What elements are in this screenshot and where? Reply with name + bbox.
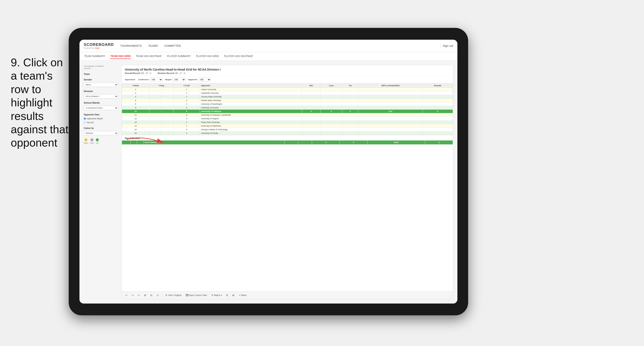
cell-rank: 6 xyxy=(122,99,150,102)
cell-rounds xyxy=(422,124,453,128)
grid-panel: University of North Carolina Head-to-Hea… xyxy=(122,65,453,299)
region-filter-label: Region xyxy=(165,78,172,81)
overall-record: Overall Record: 89 - 17 - 0 xyxy=(125,72,151,74)
main-content: Last Updated: 27/03/2024 16:55:38 Team G… xyxy=(80,61,458,304)
cell-rounds xyxy=(422,113,453,117)
cell-reg: - xyxy=(149,106,173,110)
device-frame: SCOREBOARD Powered by clippi TOURNAMENTS… xyxy=(69,28,468,315)
cell-rank: 15 xyxy=(122,128,150,131)
conference-filter-select[interactable]: (All) xyxy=(150,78,162,81)
cell-opponent: Florida State University xyxy=(200,99,302,102)
cell-rounds xyxy=(422,117,453,121)
col-win: Win xyxy=(302,84,320,88)
cell-reg: - xyxy=(149,131,173,135)
table-row[interactable]: 14 - 2 University of Oklahoma xyxy=(122,124,453,128)
cell-diff xyxy=(358,117,422,121)
table-row[interactable]: 16 - 3 University of Florida xyxy=(122,131,453,135)
grid-title-area: University of North Carolina Head-to-Hea… xyxy=(122,65,453,76)
cell-win xyxy=(302,88,320,91)
cell-conf: 5 xyxy=(173,110,200,113)
school-rank-select[interactable]: 4 University of Nort... xyxy=(84,106,118,110)
save-custom-view-button[interactable]: 💾 Save Custom View xyxy=(185,294,208,297)
ood-rank xyxy=(122,140,130,145)
cell-reg: - xyxy=(149,117,173,121)
cell-rounds xyxy=(422,88,453,91)
share-button[interactable]: ↗ Share xyxy=(238,294,248,297)
tab-team-h2h-grid[interactable]: TEAM H2H GRID xyxy=(110,54,131,59)
table-row[interactable]: 11 - 6 University of Arkansas, Fayettevi… xyxy=(122,113,453,117)
nav-tournaments[interactable]: TOURNAMENTS xyxy=(120,43,142,48)
tab-player-h2h-heatmap[interactable]: PLAYER H2H HEATMAP xyxy=(224,54,254,59)
table-row[interactable]: 8 - 2 University of Washington xyxy=(122,102,453,106)
cell-conf: 2 xyxy=(173,124,200,128)
cell-rounds xyxy=(422,91,453,95)
out-of-division-label: Out of division xyxy=(122,135,453,140)
table-row[interactable]: 3 - 2 Vanderbilt University xyxy=(122,91,453,95)
time-button[interactable]: ◷ xyxy=(156,293,160,297)
gender-select[interactable]: Men's Women's xyxy=(84,83,118,87)
cell-tie xyxy=(342,113,358,117)
ood-division: NCAA Division II xyxy=(144,140,284,145)
cell-tie xyxy=(342,117,358,121)
radio-opponents-played[interactable]: Opponents Played xyxy=(84,118,118,120)
watch-button[interactable]: 👁 Watch ▾ xyxy=(210,294,223,297)
undo-button[interactable]: ↩ xyxy=(124,293,128,297)
table-row[interactable]: 15 - 4 Georgia Institute of Technology xyxy=(122,128,453,131)
region-filter-select[interactable]: (All) xyxy=(173,78,186,81)
opponent-filter-select[interactable]: (All) xyxy=(198,78,211,81)
nav-committee[interactable]: COMMITTEE xyxy=(164,43,181,48)
cell-rank: 13 xyxy=(122,121,150,124)
view-original-button[interactable]: 👁 View: Original xyxy=(164,294,182,297)
out-of-division-row[interactable]: NCAA Division II 1 0 0 26.00 3 xyxy=(122,140,453,145)
cell-reg: - xyxy=(149,88,173,91)
filter-region: Region (All) xyxy=(165,78,186,81)
cell-conf: 3 xyxy=(173,117,200,121)
table-row[interactable]: 12 - 3 University of Virginia xyxy=(122,117,453,121)
filter-opponent: Opponent (All) xyxy=(188,78,211,81)
table-row[interactable]: 13 - 1 Texas Tech University xyxy=(122,121,453,124)
cell-diff xyxy=(358,124,422,128)
colour-by-select[interactable]: Win/loss xyxy=(84,131,118,135)
cell-rank: 16 xyxy=(122,131,150,135)
toolbar-icon-1[interactable]: ⊟ xyxy=(225,293,229,297)
tab-team-summary[interactable]: TEAM SUMMARY xyxy=(84,54,106,59)
cell-diff xyxy=(358,88,422,91)
cell-win xyxy=(302,124,320,128)
cell-conf: 1 xyxy=(173,121,200,124)
table-row[interactable]: 9 - 3 University of Arizona xyxy=(122,106,453,110)
table-row[interactable]: 2 - 1 Auburn University xyxy=(122,88,453,91)
cell-reg: - xyxy=(149,91,173,95)
tab-player-h2h-grid[interactable]: PLAYER H2H GRID xyxy=(196,54,220,59)
undo2-button[interactable]: ↩ xyxy=(137,293,141,297)
cell-rounds: 8 xyxy=(422,110,453,113)
legend-label-up: Up xyxy=(96,142,98,144)
cell-tie xyxy=(342,131,358,135)
division-select[interactable]: NCAA Division I NCAA Division II xyxy=(84,94,118,98)
cell-rank: 14 xyxy=(122,124,150,128)
cell-opponent: Georgia Institute of Technology xyxy=(200,128,302,131)
toolbar-icon-2[interactable]: ⊠ xyxy=(231,293,235,297)
division-label: Division xyxy=(84,90,118,92)
cell-diff: 2.61 xyxy=(358,110,422,113)
logo-scoreboard: SCOREBOARD xyxy=(84,43,114,46)
cell-rounds xyxy=(422,121,453,124)
ood-tie: 0 xyxy=(340,140,368,145)
redo-button[interactable]: ↪ xyxy=(130,293,135,297)
radio-top-100[interactable]: Top 100 xyxy=(84,121,118,124)
paste-button[interactable]: ⊟ xyxy=(149,293,153,297)
table-row[interactable]: 6 - 2 Florida State University xyxy=(122,99,453,102)
table-row[interactable]: 10 - 5 University of Alabama 3 0 0 2.61 … xyxy=(122,110,453,113)
sign-out-button[interactable]: Sign out xyxy=(443,44,453,47)
copy-button[interactable]: ⊞ xyxy=(143,293,147,297)
tab-player-summary[interactable]: PLAYER SUMMARY xyxy=(167,54,191,59)
logo-powered: Powered by clippi xyxy=(84,47,114,49)
filter-conference: Conference (All) xyxy=(138,78,163,81)
cell-reg: - xyxy=(149,121,173,124)
nav-teams[interactable]: TEAMS xyxy=(148,43,158,48)
table-row[interactable]: 4 - 1 Arizona State University xyxy=(122,95,453,99)
legend-level: Level xyxy=(90,138,94,144)
cell-loss xyxy=(320,106,342,110)
cell-rounds xyxy=(422,102,453,106)
gender-label: Gender xyxy=(84,78,118,81)
tab-team-h2h-heatmap[interactable]: TEAM H2H HEATMAP xyxy=(135,54,162,59)
